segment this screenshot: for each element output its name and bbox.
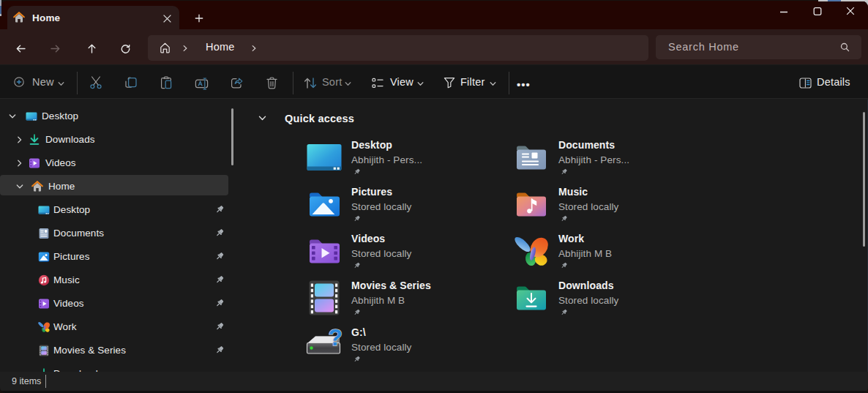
svg-text:?: ? bbox=[329, 324, 343, 351]
